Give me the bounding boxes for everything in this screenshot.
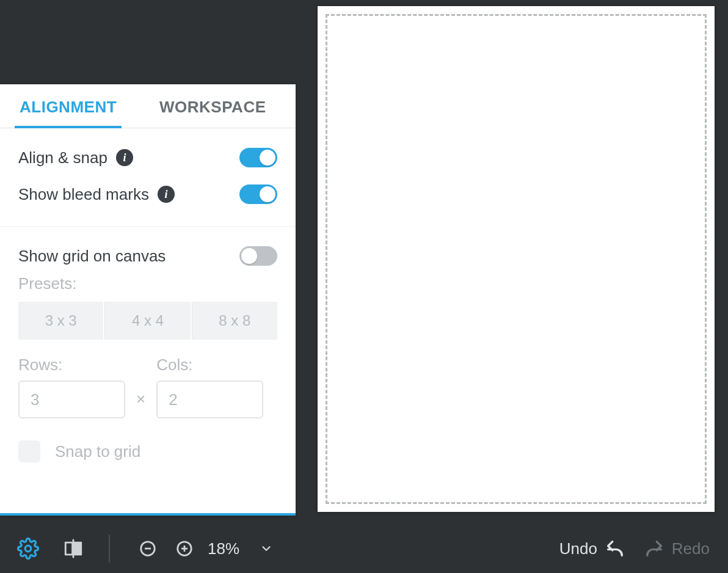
row-align-snap: Align & snap i xyxy=(18,139,277,176)
redo-button[interactable]: Redo xyxy=(644,538,710,559)
cols-label: Cols: xyxy=(156,356,263,374)
bottom-bar: 18% Undo Redo xyxy=(0,524,728,573)
show-grid-label: Show grid on canvas xyxy=(18,247,166,266)
info-icon[interactable]: i xyxy=(158,186,175,203)
cols-input[interactable] xyxy=(156,381,263,418)
settings-panel: ALIGNMENT WORKSPACE Align & snap i Show … xyxy=(0,84,296,516)
zoom-in-button[interactable] xyxy=(171,535,198,562)
snap-to-grid-label: Snap to grid xyxy=(55,442,140,461)
redo-icon xyxy=(644,538,664,559)
canvas[interactable] xyxy=(318,6,715,512)
preset-4x4[interactable]: 4 x 4 xyxy=(104,302,190,340)
align-snap-toggle[interactable] xyxy=(239,148,277,167)
section-align: Align & snap i Show bleed marks i xyxy=(0,128,296,227)
zoom-level[interactable]: 18% xyxy=(208,539,239,558)
bottom-bar-separator xyxy=(109,535,110,563)
svg-rect-3 xyxy=(74,542,81,555)
row-snap-to-grid: Snap to grid xyxy=(18,440,277,462)
align-snap-label: Align & snap xyxy=(18,148,107,167)
tab-alignment[interactable]: ALIGNMENT xyxy=(15,84,122,128)
bleed-marks-label: Show bleed marks xyxy=(18,185,149,204)
section-grid: Show grid on canvas Presets: 3 x 3 4 x 4… xyxy=(0,227,296,476)
zoom-controls: 18% xyxy=(134,535,280,562)
rows-input[interactable] xyxy=(18,381,125,418)
undo-label: Undo xyxy=(559,539,597,558)
zoom-out-button[interactable] xyxy=(134,535,161,562)
gear-icon[interactable] xyxy=(15,535,42,562)
preset-8x8[interactable]: 8 x 8 xyxy=(192,302,277,340)
rows-label: Rows: xyxy=(18,356,125,374)
show-grid-toggle[interactable] xyxy=(239,246,277,266)
snap-to-grid-checkbox[interactable] xyxy=(18,440,40,462)
mirror-icon[interactable] xyxy=(60,535,87,562)
svg-point-0 xyxy=(25,546,31,552)
row-bleed-marks: Show bleed marks i xyxy=(18,176,277,213)
row-show-grid: Show grid on canvas xyxy=(18,238,277,274)
rows-cols-separator: × xyxy=(136,390,145,418)
chevron-down-icon[interactable] xyxy=(253,535,280,562)
undo-button[interactable]: Undo xyxy=(559,538,625,559)
canvas-bleed-marks xyxy=(326,14,707,504)
panel-tabs: ALIGNMENT WORKSPACE xyxy=(0,84,296,128)
undo-icon xyxy=(605,538,625,559)
presets-row: 3 x 3 4 x 4 8 x 8 xyxy=(18,302,277,340)
rows-cols-row: Rows: × Cols: xyxy=(18,356,277,418)
bleed-marks-toggle[interactable] xyxy=(239,184,277,204)
tab-workspace[interactable]: WORKSPACE xyxy=(155,84,271,128)
presets-title: Presets: xyxy=(18,274,277,293)
redo-label: Redo xyxy=(672,539,710,558)
info-icon[interactable]: i xyxy=(116,149,133,166)
preset-3x3[interactable]: 3 x 3 xyxy=(18,302,103,340)
